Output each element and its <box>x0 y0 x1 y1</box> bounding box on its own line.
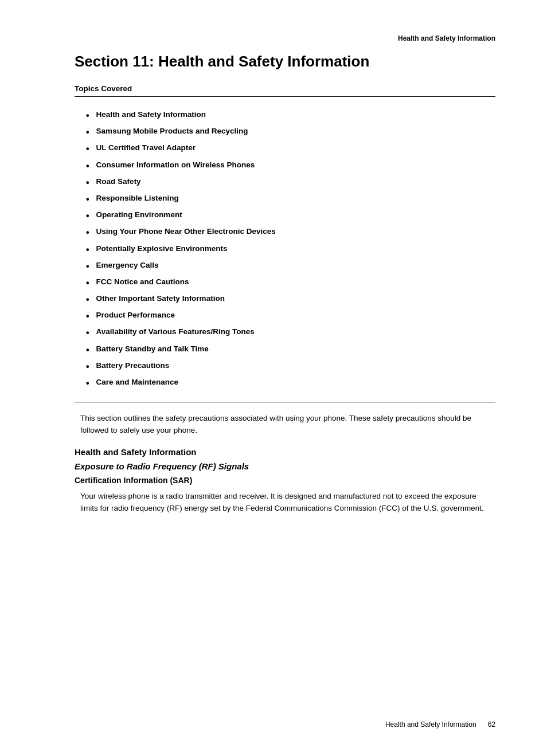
content-heading-3: Certification Information (SAR) <box>75 476 495 485</box>
list-item: UL Certified Travel Adapter <box>86 140 495 157</box>
list-item: Battery Precautions <box>86 358 495 375</box>
list-item-text: Potentially Explosive Environments <box>96 244 228 253</box>
top-divider <box>75 96 495 97</box>
list-item-text: Battery Precautions <box>96 361 170 370</box>
page-header-label: Health and Safety Information <box>75 34 495 42</box>
list-item-text: UL Certified Travel Adapter <box>96 143 196 152</box>
list-item: Care and Maintenance <box>86 375 495 391</box>
list-item-text: Samsung Mobile Products and Recycling <box>96 127 248 135</box>
list-item: Responsible Listening <box>86 191 495 207</box>
list-item: Battery Standby and Talk Time <box>86 342 495 358</box>
list-item-text: Product Performance <box>96 311 175 319</box>
bottom-divider <box>75 402 495 402</box>
list-item-text: Other Important Safety Information <box>96 294 225 303</box>
list-item-text: Responsible Listening <box>96 194 179 202</box>
list-item: Potentially Explosive Environments <box>86 241 495 258</box>
page-container: Health and Safety Information Section 11… <box>0 0 547 756</box>
list-item: Consumer Information on Wireless Phones <box>86 158 495 174</box>
list-item: Operating Environment <box>86 207 495 224</box>
list-item-text: Battery Standby and Talk Time <box>96 344 209 353</box>
list-item-text: Availability of Various Features/Ring To… <box>96 327 255 336</box>
list-item-text: Using Your Phone Near Other Electronic D… <box>96 227 276 236</box>
list-item: Health and Safety Information <box>86 107 495 124</box>
list-item: Emergency Calls <box>86 258 495 275</box>
list-item: Other Important Safety Information <box>86 291 495 308</box>
list-item: FCC Notice and Cautions <box>86 275 495 291</box>
content-body: Your wireless phone is a radio transmitt… <box>80 491 495 515</box>
list-item-text: Road Safety <box>96 177 141 186</box>
list-item-text: Operating Environment <box>96 210 182 219</box>
list-item: Samsung Mobile Products and Recycling <box>86 124 495 140</box>
intro-text: This section outlines the safety precaut… <box>80 413 495 437</box>
list-item: Availability of Various Features/Ring To… <box>86 324 495 341</box>
topics-list: Health and Safety Information Samsung Mo… <box>86 107 495 391</box>
list-item-text: Health and Safety Information <box>96 110 206 119</box>
footer-page-number: 62 <box>488 720 495 728</box>
list-item: Road Safety <box>86 174 495 191</box>
footer-label: Health and Safety Information <box>385 720 476 728</box>
list-item-text: Emergency Calls <box>96 261 159 269</box>
list-item-text: FCC Notice and Cautions <box>96 277 189 286</box>
topics-covered-heading: Topics Covered <box>75 84 495 93</box>
page-footer: Health and Safety Information 62 <box>385 720 495 728</box>
list-item-text: Care and Maintenance <box>96 378 178 386</box>
section-title: Section 11: Health and Safety Informatio… <box>75 53 495 70</box>
list-item-text: Consumer Information on Wireless Phones <box>96 160 255 169</box>
content-heading-2: Exposure to Radio Frequency (RF) Signals <box>75 461 495 471</box>
list-item: Product Performance <box>86 308 495 324</box>
list-item: Using Your Phone Near Other Electronic D… <box>86 224 495 241</box>
content-heading-1: Health and Safety Information <box>75 447 495 457</box>
